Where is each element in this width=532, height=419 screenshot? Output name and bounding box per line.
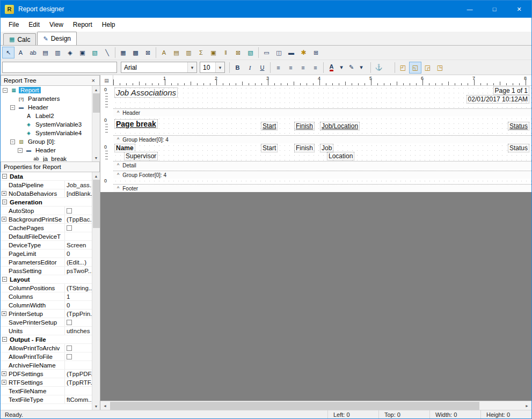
property-row-columns[interactable]: Columns 1 — [1, 292, 100, 301]
line-tool-button[interactable]: ╲ — [101, 47, 113, 58]
tab-design[interactable]: ✎ Design — [37, 32, 77, 45]
property-value[interactable]: (TString... — [64, 284, 92, 292]
properties-scrollbar[interactable]: ▲ ▼ — [92, 172, 100, 410]
header-band[interactable]: Job Associations Page 1 of 1 02/01/2017 … — [113, 86, 531, 108]
dbtext-tool-button[interactable]: A — [158, 47, 170, 58]
move-backward-button[interactable]: ◳ — [434, 62, 446, 73]
italic-button[interactable]: I — [244, 62, 256, 73]
property-value[interactable]: utInches — [64, 327, 92, 335]
pagebreak-tool-button[interactable]: ▬ — [285, 47, 297, 58]
align-justify-button[interactable]: ≡ — [309, 62, 322, 73]
band-separator-detail[interactable]: ^ Detail — [113, 161, 531, 169]
property-value[interactable]: Screen — [64, 241, 92, 249]
richtext-tool-button[interactable]: ▥ — [52, 47, 64, 58]
property-value[interactable]: (Edit...) — [64, 258, 92, 266]
property-row-parameterseditor[interactable]: ParametersEditor (Edit...) — [1, 258, 100, 267]
tree-item-parameters[interactable]: [?] Parameters — [1, 94, 100, 103]
band-separator-header[interactable]: ^ Header — [113, 108, 531, 116]
bring-to-front-button[interactable]: ◰ — [397, 62, 409, 73]
property-value[interactable] — [64, 207, 92, 215]
collapse-icon[interactable]: − — [2, 337, 7, 342]
band-collapse-icon[interactable]: ^ — [117, 137, 119, 142]
property-row-autostop[interactable]: AutoStop — [1, 207, 100, 215]
select-tool-button[interactable]: ↖ — [2, 47, 14, 58]
field-name[interactable]: Name — [114, 144, 135, 152]
property-section-output-file[interactable]: − Output - File — [1, 335, 100, 344]
menu-report[interactable]: Report — [68, 19, 97, 31]
expand-icon[interactable]: + — [2, 371, 6, 376]
tree-item-group0[interactable]: − ▧ Group [0]: — [1, 137, 100, 146]
highlight-color-button[interactable]: ✎ — [345, 62, 358, 73]
tree-item-report[interactable]: − ▦ Report — [1, 86, 100, 94]
data-field-combo[interactable] — [2, 62, 117, 73]
tab-calc[interactable]: ▦ Calc — [3, 33, 36, 45]
property-value[interactable] — [64, 361, 92, 369]
property-row-textfilename[interactable]: TextFileName — [1, 387, 100, 395]
field-job[interactable]: Job — [320, 144, 333, 152]
group-footer-band[interactable] — [113, 169, 531, 171]
column-header-status[interactable]: Status — [508, 122, 529, 130]
band-collapse-icon[interactable]: ^ — [117, 172, 119, 178]
font-color-button[interactable]: A — [325, 62, 338, 73]
scroll-up-icon[interactable]: ▲ — [92, 86, 100, 93]
scroll-thumb[interactable] — [110, 402, 479, 410]
property-row-devicetype[interactable]: DeviceType Screen — [1, 241, 100, 249]
scroll-up-icon[interactable]: ▲ — [92, 172, 100, 180]
property-row-passsetting[interactable]: PassSetting psTwoP... — [1, 267, 100, 275]
field-finish[interactable]: Finish — [294, 144, 315, 152]
align-left-button[interactable]: ≡ — [272, 62, 285, 73]
property-value[interactable] — [64, 318, 92, 326]
align-right-button[interactable]: ≡ — [297, 62, 309, 73]
field-status[interactable]: Status — [508, 144, 529, 152]
property-value[interactable] — [64, 344, 92, 352]
property-value[interactable] — [64, 224, 92, 232]
move-forward-button[interactable]: ◲ — [421, 62, 434, 73]
align-center-button[interactable]: ≡ — [285, 62, 297, 73]
column-header-start[interactable]: Start — [261, 122, 278, 130]
send-to-back-button[interactable]: ◱ — [409, 62, 421, 73]
property-row-columnpositions[interactable]: ColumnPositions (TString... — [1, 284, 100, 292]
property-value[interactable]: 0 — [64, 249, 92, 258]
anchor-button[interactable]: ⚓ — [373, 62, 385, 73]
property-row-columnwidth[interactable]: ColumnWidth 0 — [1, 301, 100, 310]
property-value[interactable]: (TppPrin... — [64, 310, 92, 318]
collapse-icon[interactable]: − — [18, 148, 23, 153]
menu-view[interactable]: View — [45, 19, 68, 31]
property-value[interactable]: (TppRTF... — [64, 378, 92, 386]
collapse-icon[interactable]: − — [2, 174, 7, 179]
expand-icon[interactable]: + — [2, 311, 6, 316]
property-row-nodatabehaviors[interactable]: + NoDataBehaviors [ndBlank... — [1, 189, 100, 198]
property-row-rtfsettings[interactable]: + RTFSettings (TppRTF... — [1, 378, 100, 387]
close-button[interactable]: ✕ — [507, 1, 531, 18]
column-header-finish[interactable]: Finish — [294, 122, 315, 130]
menu-file[interactable]: File — [4, 19, 24, 31]
property-row-textfiletype[interactable]: TextFileType ftComm... — [1, 395, 100, 404]
expand-icon[interactable]: + — [2, 217, 6, 222]
checkbox-tool-button[interactable]: ⊠ — [142, 47, 154, 58]
checkbox-unchecked[interactable] — [67, 354, 72, 359]
property-value[interactable]: Job_ass... — [64, 181, 92, 189]
minimize-button[interactable]: — — [457, 1, 482, 18]
property-value[interactable]: ftComm... — [64, 395, 92, 403]
band-separator-footer[interactable]: ^ Footer — [113, 184, 531, 192]
checkbox-unchecked[interactable] — [67, 346, 72, 351]
systemvariable-tool-button[interactable]: ◈ — [64, 47, 76, 58]
property-row-cachepages[interactable]: CachePages — [1, 224, 100, 232]
parameters-tool-button[interactable]: ⊞ — [310, 47, 322, 58]
property-section-layout[interactable]: − Layout — [1, 275, 100, 284]
crosstab-tool-button[interactable]: ▩ — [129, 47, 142, 58]
property-value[interactable]: [ndBlank... — [64, 189, 92, 197]
image-tool-button[interactable]: ▣ — [76, 47, 89, 58]
tree-item-label2[interactable]: A Label2 — [1, 112, 100, 120]
font-size-combo[interactable]: 10 ▾ — [200, 62, 225, 73]
datetime-field[interactable]: 02/01/2017 10:12AM — [467, 95, 529, 104]
column-header-job-location[interactable]: Job/Location — [320, 122, 360, 130]
property-value[interactable] — [64, 387, 92, 395]
property-value[interactable] — [64, 352, 92, 361]
scroll-thumb[interactable] — [93, 93, 100, 113]
bold-button[interactable]: B — [231, 62, 244, 73]
collapse-icon[interactable]: − — [3, 88, 8, 93]
maximize-button[interactable]: □ — [482, 1, 507, 18]
grid-tool-button[interactable]: ▦ — [117, 47, 129, 58]
menu-edit[interactable]: Edit — [24, 19, 45, 31]
